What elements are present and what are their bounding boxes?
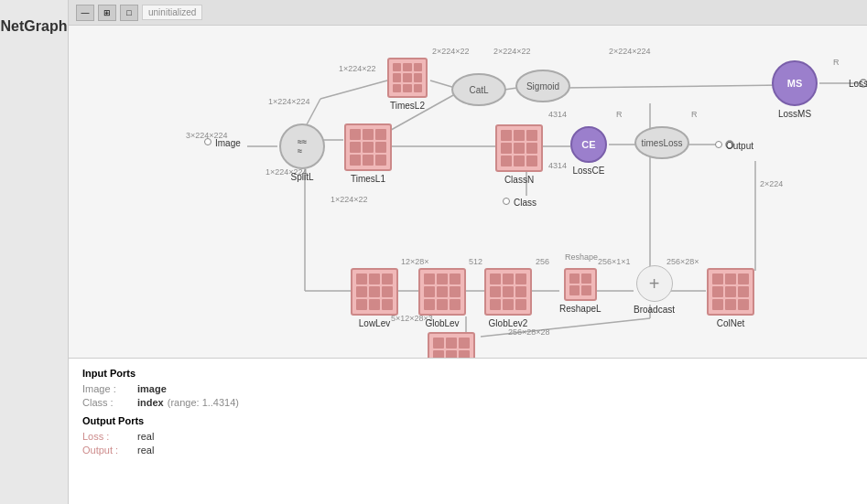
edge-label-5: 2×224×22: [432, 47, 470, 56]
node-midlev-box: [428, 332, 475, 358]
port-dot-output: [715, 141, 722, 148]
node-reshapel-box: [564, 268, 597, 301]
node-timesloss[interactable]: timesLoss: [634, 126, 689, 159]
edge-label-4314-bot: 4314: [548, 161, 567, 170]
node-timesl2-box: [387, 58, 428, 98]
node-image[interactable]: Image: [204, 135, 241, 148]
node-reshapel[interactable]: ReshapeL: [559, 268, 601, 314]
output-row-output: Output : real: [82, 445, 853, 456]
node-timesl1-box: [344, 123, 392, 171]
output-row-loss: Loss : real: [82, 431, 853, 442]
node-globlev2[interactable]: GlobLev2: [484, 268, 532, 328]
edge-label-1: 1×224×224: [268, 97, 310, 106]
node-lossce[interactable]: CE LossCE: [570, 126, 607, 176]
node-loss-label: Loss: [849, 79, 867, 89]
input-value-image: image: [137, 383, 167, 394]
left-sidebar: NetGraph: [0, 0, 69, 504]
node-timesl2-label: TimesL2: [390, 101, 425, 111]
node-broadcast-label: Broadcast: [634, 305, 675, 315]
node-timesl1-label: TimesL1: [351, 174, 385, 184]
edge-label-7: 2×224×224: [609, 47, 651, 56]
grid-button[interactable]: ⊞: [98, 5, 116, 21]
app-title: NetGraph: [0, 9, 71, 44]
output-ports-title: Output Ports: [82, 415, 853, 426]
node-sigmoid-box: Sigmoid: [515, 70, 570, 102]
edge-label-reshape: Reshape: [565, 252, 598, 262]
node-classn[interactable]: ClassN: [495, 124, 543, 185]
node-lossms-label: LossMS: [778, 109, 811, 119]
node-image-label: Image: [215, 138, 241, 148]
input-row-image: Image : image: [82, 383, 853, 394]
node-midlev[interactable]: MidLev: [428, 332, 475, 358]
node-timesl2[interactable]: TimesL2: [387, 58, 428, 111]
svg-line-3: [320, 80, 387, 99]
node-lowlev[interactable]: LowLev: [351, 268, 398, 328]
node-lossms-box: MS: [772, 60, 818, 106]
output-key-output: Output :: [82, 445, 137, 456]
node-catl-box: CatL: [451, 73, 506, 106]
node-globlev-label: GlobLev: [425, 318, 459, 328]
port-dot-image: [204, 138, 211, 145]
edge-label-256: 256: [536, 257, 549, 266]
node-timesl1[interactable]: TimesL1: [344, 123, 392, 184]
input-key-class: Class :: [82, 397, 137, 408]
node-class-label: Class: [514, 198, 536, 208]
port-dot-class: [503, 198, 510, 205]
node-broadcast[interactable]: + Broadcast: [634, 265, 675, 315]
edge-label-6: 2×224×22: [493, 47, 531, 56]
node-classn-box: [495, 124, 543, 172]
edge-label-R1: R: [616, 110, 623, 119]
node-timesloss-box: timesLoss: [634, 126, 689, 159]
edge-label-2x224: 2×224: [760, 179, 783, 188]
square-button[interactable]: □: [120, 5, 138, 21]
node-lossce-box: CE: [570, 126, 607, 163]
input-ports-title: Input Ports: [82, 368, 853, 379]
node-globlev[interactable]: GlobLev: [418, 268, 466, 328]
node-splitl[interactable]: ≈≈≈ SplitL: [279, 123, 325, 182]
edge-label-12x28: 12×28×: [401, 257, 429, 266]
node-splitl-box: ≈≈≈: [279, 123, 325, 169]
toolbar: — ⊞ □ uninitialized: [69, 0, 867, 26]
node-lossms[interactable]: MS LossMS: [772, 60, 818, 119]
graph-canvas[interactable]: 3×224×224 1×224×224 1×224×22 1×224×224 1…: [69, 26, 867, 358]
edge-label-4: 1×224×22: [331, 195, 368, 204]
input-key-image: Image :: [82, 383, 137, 394]
node-reshapel-label: ReshapeL: [559, 304, 601, 314]
node-lossce-label: LossCE: [572, 166, 604, 176]
node-output-label: Output: [726, 141, 753, 151]
svg-line-6: [565, 85, 783, 88]
node-globlev-box: [418, 268, 466, 316]
node-colnet-label: ColNet: [717, 318, 745, 328]
input-secondary-class: (range: 1..4314): [168, 397, 239, 408]
node-colnet-box: [707, 268, 754, 316]
output-key-loss: Loss :: [82, 431, 137, 442]
node-sigmoid[interactable]: Sigmoid: [515, 70, 570, 102]
right-panel: — ⊞ □ uninitialized: [69, 0, 867, 504]
edge-label-256x28x28: 256×28×28: [508, 327, 550, 337]
output-value-output: real: [137, 445, 154, 456]
node-loss-out[interactable]: Loss: [849, 76, 867, 89]
node-globlev2-label: GlobLev2: [489, 318, 528, 328]
edge-label-R3: R: [833, 58, 840, 67]
node-class[interactable]: Class: [503, 195, 536, 208]
node-splitl-label: SplitL: [290, 172, 313, 182]
input-value-class: index: [137, 397, 164, 408]
edge-label-512: 512: [469, 257, 482, 266]
node-catl[interactable]: CatL: [451, 73, 506, 106]
edge-label-2: 1×224×22: [339, 64, 376, 73]
node-lowlev-box: [351, 268, 398, 316]
node-output[interactable]: Output: [715, 138, 753, 151]
output-value-loss: real: [137, 431, 154, 442]
node-broadcast-icon: +: [636, 265, 673, 302]
edge-label-4314-top: 4314: [548, 110, 567, 119]
minimize-button[interactable]: —: [76, 5, 94, 21]
status-badge: uninitialized: [142, 5, 202, 20]
input-row-class: Class : index (range: 1..4314): [82, 397, 853, 408]
node-globlev2-box: [484, 268, 532, 316]
info-panel: Input Ports Image : image Class : index …: [69, 358, 867, 504]
node-classn-label: ClassN: [504, 175, 534, 185]
edge-label-256x1x1: 256×1×1: [598, 257, 631, 266]
node-lowlev-label: LowLev: [359, 318, 390, 328]
edge-label-R2: R: [691, 110, 698, 119]
node-colnet[interactable]: ColNet: [707, 268, 754, 328]
